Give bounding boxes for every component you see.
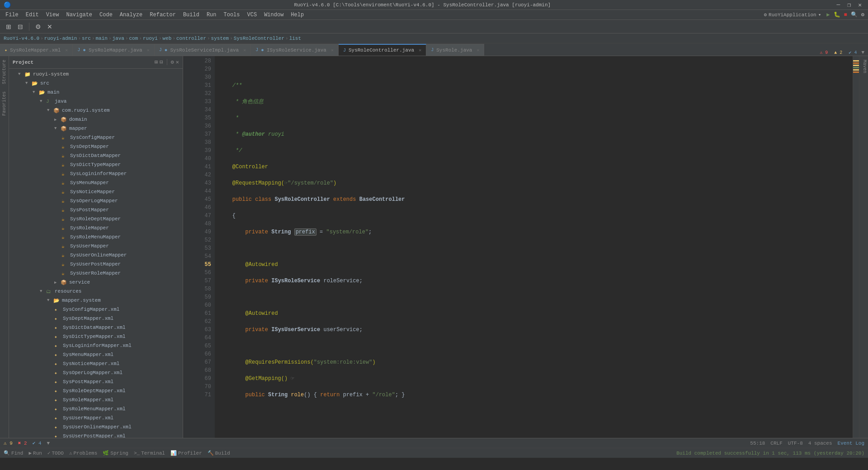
- menu-edit[interactable]: Edit: [22, 11, 42, 19]
- tree-item-service[interactable]: ▶ 📦 service: [9, 278, 183, 287]
- tree-item-ruoyi-system[interactable]: ▼ 📁 ruoyi-system: [9, 70, 183, 79]
- profiler-button[interactable]: 📊 Profiler: [170, 450, 202, 456]
- tree-item-sysmenumapperxml[interactable]: ✦ SysMenuMapper.xml: [9, 350, 183, 359]
- tab-sysrolemapper-java[interactable]: J ● SysRoleMapper.java ✕: [73, 44, 154, 56]
- settings-icon[interactable]: ⚙: [859, 11, 866, 18]
- debug-button[interactable]: 🐛: [832, 11, 842, 18]
- tree-item-sysconfigmapperxml[interactable]: ✦ SysConfigMapper.xml: [9, 305, 183, 314]
- breadcrumb-item-12[interactable]: list: [289, 36, 301, 41]
- tree-item-java[interactable]: ▼ J java: [9, 97, 183, 106]
- menu-run[interactable]: Run: [203, 11, 220, 19]
- tree-item-sysdicttypemapperxml[interactable]: ✦ SysDictTypeMapper.xml: [9, 332, 183, 341]
- menu-view[interactable]: View: [42, 11, 63, 19]
- tree-item-sysroledeptmapperxml[interactable]: ✦ SysRoleDeptMapper.xml: [9, 386, 183, 395]
- menu-window[interactable]: Window: [260, 11, 287, 19]
- expand-icon[interactable]: ⊞: [155, 59, 158, 66]
- tab-sysrolemapper-xml[interactable]: ✦ SysRoleMapper.xml ✕: [0, 44, 73, 56]
- tree-item-sysnoticemapper[interactable]: ☕ SysNoticeMapper: [9, 187, 183, 196]
- menu-refactor[interactable]: Refactor: [146, 11, 179, 19]
- indent-info[interactable]: 4 spaces: [808, 441, 832, 446]
- tab-close-button[interactable]: ✕: [476, 47, 479, 53]
- charset[interactable]: UTF-8: [788, 441, 803, 446]
- tree-item-sysoperlogmapper[interactable]: ☕ SysOperLogMapper: [9, 196, 183, 205]
- tree-item-sysrolemapperxml[interactable]: ✦ SysRoleMapper.xml: [9, 395, 183, 404]
- collapse-icon[interactable]: ▼: [861, 50, 864, 55]
- tree-item-resources[interactable]: ▼ 🗂 resources: [9, 287, 183, 296]
- tree-item-sysdeptmapperxml[interactable]: ✦ SysDeptMapper.xml: [9, 314, 183, 323]
- breadcrumb-item-3[interactable]: src: [82, 36, 91, 41]
- tree-item-sysdeptmapper[interactable]: ☕ SysDeptMapper: [9, 142, 183, 151]
- breadcrumb-item-4[interactable]: main: [95, 36, 107, 41]
- structure-panel-label[interactable]: Structure: [1, 56, 8, 88]
- tree-item-sysconfigmapper[interactable]: ☕ SysConfigMapper: [9, 133, 183, 142]
- tree-item-syspostmapper[interactable]: ☕ SysPostMapper: [9, 205, 183, 214]
- tree-item-sysuseronlinemapperxml[interactable]: ✦ SysUserOnlineMapper.xml: [9, 423, 183, 432]
- tree-item-sysdictdatamapper[interactable]: ☕ SysDictDataMapper: [9, 151, 183, 160]
- minimize-button[interactable]: —: [834, 1, 843, 9]
- tree-item-syslogininformapperxml[interactable]: ✦ SysLogininforMapper.xml: [9, 341, 183, 350]
- expand-all-button[interactable]: ⊞: [4, 22, 14, 32]
- menu-tools[interactable]: Tools: [220, 11, 244, 19]
- tree-item-sysoperlogmapperxml[interactable]: ✦ SysOperLogMapper.xml: [9, 368, 183, 377]
- event-log[interactable]: Event Log: [838, 441, 864, 446]
- run-button[interactable]: ▶ Run: [28, 450, 42, 456]
- breadcrumb-item-2[interactable]: ruoyi-admin: [44, 36, 77, 41]
- close-button[interactable]: ✕: [855, 1, 864, 9]
- tree-item-syspostmapperxml[interactable]: ✦ SysPostMapper.xml: [9, 377, 183, 386]
- tree-item-mapper-system[interactable]: ▼ 📂 mapper.system: [9, 296, 183, 305]
- breadcrumb-item-8[interactable]: web: [163, 36, 172, 41]
- breadcrumb-item-5[interactable]: java: [113, 36, 124, 41]
- tree-item-sysrolemenumapperxml[interactable]: ✦ SysRoleMenuMapper.xml: [9, 404, 183, 413]
- breadcrumb-item-6[interactable]: com: [129, 36, 138, 41]
- menu-build[interactable]: Build: [179, 11, 203, 19]
- breadcrumb-item-1[interactable]: RuoYi-v4.6.0: [4, 36, 39, 41]
- tree-item-sysuserrolemapper[interactable]: ☕ SysUserRoleMapper: [9, 269, 183, 278]
- stop-button[interactable]: ■: [842, 12, 849, 18]
- breadcrumb-item-11[interactable]: SysRoleController: [234, 36, 284, 41]
- tab-sysrolecontroller[interactable]: J SysRoleController.java ✕: [339, 44, 426, 56]
- tree-item-sysdicttypemapper[interactable]: ☕ SysDictTypeMapper: [9, 160, 183, 169]
- tab-close-button[interactable]: ✕: [331, 47, 334, 53]
- tree-item-sysusermapperxml[interactable]: ✦ SysUserMapper.xml: [9, 413, 183, 423]
- menu-analyze[interactable]: Analyze: [116, 11, 146, 19]
- proj-close-icon[interactable]: ✕: [176, 59, 179, 66]
- tab-close-button[interactable]: ✕: [419, 47, 421, 53]
- search-icon[interactable]: 🔍: [849, 11, 859, 18]
- breadcrumb-item-10[interactable]: system: [211, 36, 229, 41]
- tree-item-mapper[interactable]: ▼ 📦 mapper: [9, 124, 183, 133]
- run-config[interactable]: ⚙ RuoYiApplication ▾: [760, 12, 825, 18]
- tab-sysrole[interactable]: J SysRole.java ✕: [426, 44, 484, 56]
- favorites-panel-label[interactable]: Favorites: [1, 88, 8, 119]
- close-panel-button[interactable]: ✕: [45, 22, 55, 32]
- tab-isysroleservice[interactable]: J ● ISysRoleService.java ✕: [251, 44, 339, 56]
- tree-item-sysrolemenumapper[interactable]: ☕ SysRoleMenuMapper: [9, 233, 183, 242]
- tab-sysroleserviceimpl[interactable]: J ● SysRoleServiceImpl.java ✕: [155, 44, 251, 56]
- menu-navigate[interactable]: Navigate: [62, 11, 96, 19]
- tab-close-button[interactable]: ✕: [243, 47, 246, 53]
- menu-code[interactable]: Code: [96, 11, 116, 19]
- proj-settings-icon[interactable]: ⚙: [171, 59, 174, 66]
- project-tree[interactable]: ▼ 📁 ruoyi-system ▼ 📂 src ▼ 📂 main: [9, 69, 183, 438]
- tree-item-sysdictdatamapperxml[interactable]: ✦ SysDictDataMapper.xml: [9, 323, 183, 332]
- code-content[interactable]: /** * 角色信息 * * @author ruoyi */ @Control…: [215, 56, 853, 438]
- spring-button[interactable]: 🌿 Spring: [103, 450, 128, 456]
- tree-item-sysuseronlinemapper[interactable]: ☕ SysUserOnlineMapper: [9, 251, 183, 260]
- problems-button[interactable]: ⚠ Problems: [69, 450, 97, 456]
- tree-item-sysrolemapper[interactable]: ☕ SysRoleMapper: [9, 223, 183, 233]
- breadcrumb-item-9[interactable]: controller: [176, 36, 206, 41]
- collapse-icon[interactable]: ⊟: [160, 59, 163, 66]
- tree-item-sysuserpostmapperxml[interactable]: ✦ SysUserPostMapper.xml: [9, 432, 183, 438]
- tree-item-src[interactable]: ▼ 📂 src: [9, 79, 183, 88]
- expand-icon[interactable]: ▼: [47, 441, 50, 446]
- menu-vcs[interactable]: VCS: [244, 11, 261, 19]
- tree-item-package[interactable]: ▼ 📦 com.ruoyi.system: [9, 106, 183, 115]
- window-controls[interactable]: — ❐ ✕: [834, 1, 864, 9]
- menu-file[interactable]: File: [2, 11, 22, 19]
- maven-panel-label[interactable]: Maven: [859, 56, 868, 77]
- tree-item-sysnoticemapperxml[interactable]: ✦ SysNoticeMapper.xml: [9, 359, 183, 368]
- tree-item-main[interactable]: ▼ 📂 main: [9, 88, 183, 97]
- tab-close-button[interactable]: ✕: [65, 47, 68, 53]
- menu-help[interactable]: Help: [287, 11, 307, 19]
- run-button[interactable]: ▶: [825, 11, 831, 18]
- settings-button[interactable]: ⚙: [33, 22, 43, 32]
